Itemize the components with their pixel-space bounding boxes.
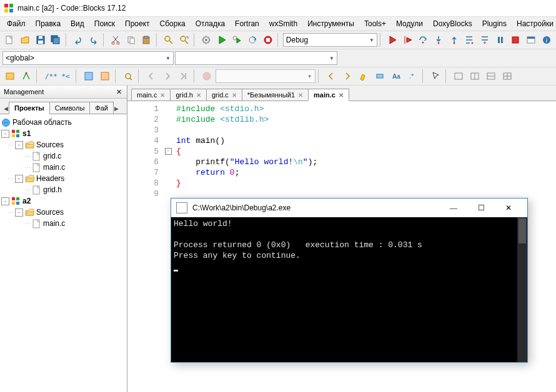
scrollbar-thumb[interactable] [519,218,526,243]
paste-button[interactable] [139,32,154,47]
step-instr-button[interactable] [478,32,492,47]
fortran-combo[interactable]: ▼ [216,69,315,83]
menu-build[interactable]: Сборка [156,18,190,29]
layout2-button[interactable] [467,69,482,84]
undo-button[interactable] [71,32,86,47]
scope-combo[interactable]: <global>▼ [2,51,174,65]
menu-wxsmith[interactable]: wxSmith [265,18,302,29]
cut-button[interactable] [109,32,123,47]
rebuild-button[interactable] [246,32,260,47]
minimize-button[interactable]: — [440,199,467,217]
replace-button[interactable] [177,32,191,47]
save-button[interactable] [33,32,47,47]
folder-node[interactable]: ⋯ - Headers [1,173,126,184]
menu-edit[interactable]: Правка [31,18,66,29]
cursor-icon[interactable] [428,69,443,84]
console-output[interactable]: Hello world! Process returned 0 (0x0) ex… [171,217,527,362]
find-button[interactable] [161,32,176,47]
menu-tools[interactable]: Инструменты [303,18,359,29]
menu-file[interactable]: Файл [2,18,30,29]
file-node[interactable]: ⋯ main.c [1,218,126,229]
doxy-run-button[interactable] [2,69,17,84]
build-run-button[interactable] [230,32,244,47]
file-node[interactable]: ⋯ grid.c [1,150,126,162]
menu-toolsplus[interactable]: Tools+ [360,18,390,29]
run-button[interactable] [214,32,229,47]
tree-collapse-icon[interactable]: - [15,141,23,149]
highlight-button[interactable] [356,69,371,84]
project-tree[interactable]: Рабочая область - s1 ⋯ - Sources ⋯ grid.… [0,114,127,392]
editor-tab[interactable]: *Безымянный1✕ [242,89,309,100]
selection-button[interactable] [372,69,387,84]
new-file-button[interactable] [2,32,17,47]
editor-tab[interactable]: grid.c✕ [206,89,242,100]
abort-button[interactable] [261,32,275,47]
doxy-settings-button[interactable] [121,69,136,84]
debug-windows-button[interactable] [524,32,539,47]
nav-back-button[interactable] [144,69,159,84]
fold-toggle-icon[interactable]: - [165,148,172,155]
step-out-button[interactable] [447,32,461,47]
file-node[interactable]: ⋯ main.c [1,162,126,173]
menu-debug[interactable]: Отладка [191,18,229,29]
layout4-button[interactable] [500,69,515,84]
close-tab-icon[interactable]: ✕ [160,92,165,99]
editor-tab[interactable]: main.c✕ [131,89,171,100]
menu-view[interactable]: Вид [66,18,89,29]
editor-tab[interactable]: grid.h✕ [170,89,207,100]
debug-start-button[interactable] [385,32,400,47]
step-over-button[interactable] [416,32,430,47]
stop-debug-button[interactable] [509,32,523,47]
nav-last-button[interactable] [176,69,191,84]
project-node[interactable]: - a2 [1,195,126,207]
mgmt-tab-projects[interactable]: Проекты [9,102,50,114]
workspace-node[interactable]: Рабочая область [1,117,126,128]
file-node[interactable]: ⋯ grid.h [1,184,126,195]
regex-button[interactable]: .* [405,69,420,84]
layout3-button[interactable] [484,69,499,84]
menu-search[interactable]: Поиск [90,18,119,29]
abort2-button[interactable] [199,69,214,84]
menu-doxyblocks[interactable]: DoxyBlocks [429,18,477,29]
jump-back-button[interactable] [324,69,339,84]
mgmt-tab-symbols[interactable]: Символы [49,102,91,114]
close-tab-icon[interactable]: ✕ [232,92,237,99]
doxy-html-button[interactable] [81,69,96,84]
tree-collapse-icon[interactable]: - [15,175,23,183]
close-tab-icon[interactable]: ✕ [298,92,303,99]
step-into-button[interactable] [432,32,446,47]
open-file-button[interactable] [18,32,32,47]
console-window[interactable]: C:\Work\a2\bin\Debug\a2.exe — ☐ ✕ Hello … [171,198,528,363]
debug-info-button[interactable]: i [539,32,554,47]
close-tab-icon[interactable]: ✕ [339,92,344,99]
build-target-combo[interactable]: Debug▼ [283,33,377,47]
build-button[interactable] [199,32,214,47]
project-node[interactable]: - s1 [1,128,126,139]
break-button[interactable] [493,32,507,47]
copy-button[interactable] [124,32,138,47]
menu-modules[interactable]: Модули [392,18,427,29]
mgmt-tab-files[interactable]: Фай [89,102,114,114]
menu-project[interactable]: Проект [121,18,154,29]
nav-fwd-button[interactable] [160,69,175,84]
match-case-button[interactable]: Aa [389,69,404,84]
redo-button[interactable] [86,32,101,47]
jump-fwd-button[interactable] [340,69,355,84]
tree-collapse-icon[interactable]: - [1,197,9,205]
menu-plugins[interactable]: Plugins [478,18,511,29]
menu-fortran[interactable]: Fortran [231,18,264,29]
symbol-combo[interactable]: ▼ [175,51,337,65]
management-close-button[interactable]: ✕ [114,88,123,96]
tree-collapse-icon[interactable]: - [15,208,23,217]
editor-tab-active[interactable]: main.c✕ [308,89,349,101]
maximize-button[interactable]: ☐ [467,199,495,217]
doxy-block-button[interactable]: /** *< [42,69,73,84]
menu-settings[interactable]: Настройки [512,18,556,29]
next-instr-button[interactable] [462,32,477,47]
tree-collapse-icon[interactable]: - [1,130,9,138]
console-scrollbar[interactable] [517,217,527,362]
console-titlebar[interactable]: C:\Work\a2\bin\Debug\a2.exe — ☐ ✕ [171,198,527,217]
close-tab-icon[interactable]: ✕ [196,92,201,99]
doxy-chm-button[interactable] [97,69,112,84]
layout1-button[interactable] [451,69,466,84]
